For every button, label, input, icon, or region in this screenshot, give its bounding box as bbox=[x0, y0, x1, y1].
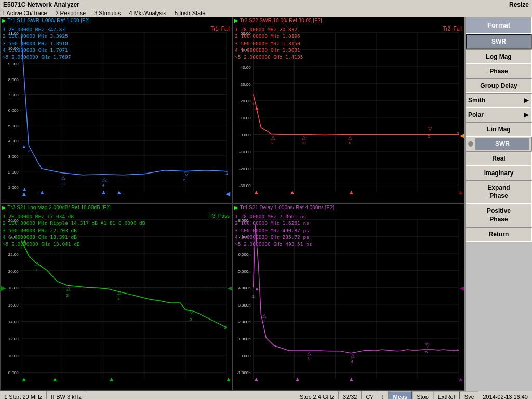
svg-text:▲: ▲ bbox=[116, 189, 123, 196]
chart-tr1-body: 11.00 10.00 9.000 8.000 7.000 6.000 5.00… bbox=[1, 24, 232, 201]
tr3-active-arrow: ▶ bbox=[2, 205, 6, 210]
menu-instr-state[interactable]: 5 Instr State bbox=[175, 10, 205, 16]
svg-text:△: △ bbox=[262, 313, 267, 318]
chart-tr3-header: ▶ Tr3 S21 Log Mag 2.000dB/ Ref 18.00dB [… bbox=[1, 204, 232, 211]
svg-text:-10.00: -10.00 bbox=[239, 150, 251, 154]
svg-text:4: 4 bbox=[117, 297, 120, 301]
format-phase-btn[interactable]: Phase bbox=[466, 64, 532, 78]
svg-text:◀: ◀ bbox=[228, 284, 232, 292]
format-expandphase-btn[interactable]: ExpandPhase bbox=[466, 180, 532, 204]
svg-text:1: 1 bbox=[225, 170, 229, 176]
tr4-active-arrow: ▶ bbox=[234, 205, 238, 210]
svg-text:2: 2 bbox=[457, 132, 459, 137]
format-groupdelay-btn[interactable]: Group Delay bbox=[466, 78, 532, 93]
svg-text:30.00: 30.00 bbox=[241, 82, 251, 87]
svg-text:0.000: 0.000 bbox=[241, 132, 251, 137]
chart-tr1-header: ▶ Tr1 S11 SWR 1.000/ Ref 1.000 [F2] bbox=[1, 17, 232, 24]
svg-text:◀: ◀ bbox=[460, 284, 464, 292]
svg-text:▲: ▲ bbox=[255, 286, 260, 291]
chart-tr2: ▶ Tr2 S22 SWR 10.00/ Ref 30.00 [F2] bbox=[232, 17, 464, 204]
resize-btn[interactable]: Resize bbox=[509, 1, 529, 8]
svg-text:◀: ◀ bbox=[225, 190, 231, 197]
status-datetime: 2014-02-13 16:40 bbox=[478, 394, 532, 400]
svg-text:▽: ▽ bbox=[190, 309, 194, 315]
extref-btn[interactable]: ExtRef bbox=[433, 391, 460, 399]
svg-text:▲: ▲ bbox=[349, 376, 355, 383]
svg-text:3: 3 bbox=[307, 356, 310, 361]
svg-text:△: △ bbox=[351, 353, 355, 358]
svg-text:2: 2 bbox=[28, 149, 30, 153]
menu-stimulus[interactable]: 3 Stimulus bbox=[94, 10, 121, 16]
polar-arrow-icon: ▶ bbox=[524, 111, 528, 118]
svg-text:△: △ bbox=[302, 135, 307, 140]
svg-text:20.00: 20.00 bbox=[8, 269, 19, 274]
svg-text:▲: ▲ bbox=[289, 189, 296, 196]
format-swr2-btn[interactable]: SWR bbox=[475, 138, 529, 150]
svg-text:2.000n: 2.000n bbox=[238, 320, 250, 324]
main-layout: ▶ Tr1 S11 SWR 1.000/ Ref 1.000 [F2] bbox=[0, 17, 532, 391]
format-logmag-btn[interactable]: Log Mag bbox=[466, 49, 532, 64]
tr2-active-arrow: ▶ bbox=[234, 18, 238, 23]
chart-tr3-markers: 1 28.00000 MHz 17.034 dB 2 100.00000 MHz… bbox=[3, 213, 145, 247]
svg-text:8.000: 8.000 bbox=[8, 370, 19, 375]
format-return-btn[interactable]: Return bbox=[466, 227, 532, 242]
menu-active-ch[interactable]: 1 Active Ch/Trace bbox=[2, 10, 47, 16]
right-panel: Format SWR Log Mag Phase Group Delay Smi… bbox=[464, 17, 532, 391]
svg-text:0.000: 0.000 bbox=[241, 354, 251, 358]
svg-text:△: △ bbox=[35, 260, 39, 266]
svg-text:▲: ▲ bbox=[254, 376, 260, 383]
chart-tr2-markers: 1 28.00000 MHz 20.832 2 100.00000 MHz 1.… bbox=[235, 26, 303, 60]
svg-text:3: 3 bbox=[302, 141, 305, 145]
svg-text:▲: ▲ bbox=[21, 376, 28, 383]
svg-text:▲: ▲ bbox=[255, 105, 260, 111]
format-polar-btn[interactable]: Polar ▶ bbox=[466, 108, 532, 122]
svg-text:5: 5 bbox=[190, 317, 192, 322]
svg-text:5: 5 bbox=[425, 350, 428, 354]
format-real-btn[interactable]: Real bbox=[466, 151, 532, 166]
svg-text:1: 1 bbox=[252, 294, 255, 299]
svg-text:2.000: 2.000 bbox=[8, 170, 19, 175]
charts-area: ▶ Tr1 S11 SWR 1.000/ Ref 1.000 [F2] bbox=[0, 17, 464, 391]
svg-text:3.000n: 3.000n bbox=[238, 303, 250, 308]
chart-tr2-trace-label: Tr2: Fail bbox=[443, 26, 462, 32]
chart-tr2-header: ▶ Tr2 S22 SWR 10.00/ Ref 30.00 [F2] bbox=[233, 17, 464, 24]
chart-tr4: ▶ Tr4 S21 Delay 1.000ns/ Ref 4.000ns [F2… bbox=[232, 204, 464, 391]
status-exclamation: ! bbox=[378, 391, 389, 399]
svg-text:10.00: 10.00 bbox=[241, 116, 251, 121]
format-imaginary-btn[interactable]: Imaginary bbox=[466, 166, 532, 180]
menu-mkr-analysis[interactable]: 4 Mkr/Analysis bbox=[129, 10, 166, 16]
svg-text:▲: ▲ bbox=[458, 189, 464, 196]
svg-text:4: 4 bbox=[102, 183, 105, 188]
format-linmag-btn[interactable]: Lin Mag bbox=[466, 122, 532, 137]
svg-text:3: 3 bbox=[61, 182, 64, 187]
format-positivephase-btn[interactable]: PositivePhase bbox=[466, 204, 532, 227]
svg-text:▲: ▲ bbox=[22, 143, 27, 149]
svg-text:△: △ bbox=[349, 135, 353, 140]
format-swr-btn[interactable]: SWR bbox=[466, 34, 532, 49]
chart-tr4-header: ▶ Tr4 S21 Delay 1.000ns/ Ref 4.000ns [F2… bbox=[233, 204, 464, 211]
chart-tr2-body: 60.00 50.00 40.00 30.00 20.00 10.00 0.00… bbox=[233, 24, 464, 201]
menu-response[interactable]: 2 Response bbox=[55, 10, 86, 16]
svg-text:9.000: 9.000 bbox=[8, 62, 19, 66]
svg-text:5.000: 5.000 bbox=[8, 124, 19, 128]
svg-text:▲: ▲ bbox=[225, 376, 232, 383]
stop-btn[interactable]: Stop bbox=[412, 391, 433, 399]
active-dot bbox=[468, 141, 473, 147]
svg-text:▲: ▲ bbox=[295, 376, 301, 383]
svg-text:4.000n: 4.000n bbox=[238, 286, 250, 290]
chart-tr4-markers: 1 28.00000 MHz 7.0661 ns 2 100.00000 MHz… bbox=[235, 213, 312, 247]
format-smith-btn[interactable]: Smith ▶ bbox=[466, 93, 532, 108]
svg-text:▲: ▲ bbox=[52, 376, 58, 383]
svg-text:▲: ▲ bbox=[349, 189, 355, 196]
svg-text:14.00: 14.00 bbox=[8, 320, 19, 324]
svg-text:16.00: 16.00 bbox=[8, 303, 19, 308]
status-pages: 32/32 bbox=[339, 391, 362, 399]
svg-text:3: 3 bbox=[224, 325, 227, 330]
svg-text:12.00: 12.00 bbox=[8, 337, 19, 341]
meas-btn[interactable]: Meas bbox=[389, 391, 413, 399]
svg-text:2: 2 bbox=[262, 320, 264, 324]
svg-text:▲: ▲ bbox=[458, 376, 464, 383]
svg-text:40.00: 40.00 bbox=[241, 65, 251, 70]
app-title: E5071C Network Analyzer bbox=[3, 1, 79, 8]
svc-btn[interactable]: Svc bbox=[460, 391, 478, 399]
